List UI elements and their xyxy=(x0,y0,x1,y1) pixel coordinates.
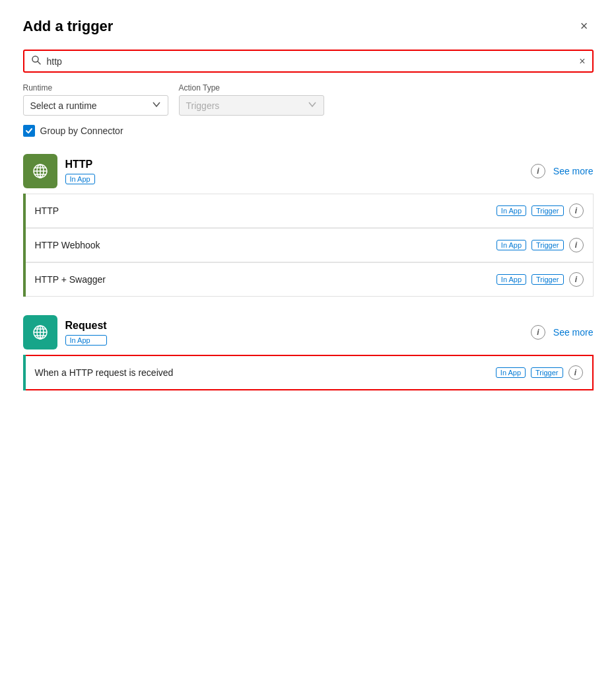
trigger-http-request-trigger-badge: Trigger xyxy=(531,367,563,378)
trigger-http-request-right: In App Trigger i xyxy=(496,365,583,380)
svg-point-15 xyxy=(39,337,42,340)
http-connector-left: HTTP In App xyxy=(23,154,95,188)
trigger-webhook-trigger-badge: Trigger xyxy=(531,240,563,250)
runtime-chevron-icon xyxy=(152,100,161,111)
search-bar: × xyxy=(23,50,594,73)
trigger-swagger-inapp-badge: In App xyxy=(496,274,526,285)
svg-point-8 xyxy=(39,176,42,178)
trigger-http-request-name: When a HTTP request is received xyxy=(35,367,174,378)
trigger-swagger-info-button[interactable]: i xyxy=(569,272,584,287)
request-info-icon: i xyxy=(537,328,539,337)
table-row[interactable]: HTTP Webhook In App Trigger i xyxy=(26,228,594,262)
trigger-http-info-button[interactable]: i xyxy=(569,203,584,218)
table-row[interactable]: HTTP In App Trigger i xyxy=(26,194,594,228)
action-type-label: Action Type xyxy=(179,83,324,92)
action-type-select[interactable]: Triggers xyxy=(179,95,324,116)
http-connector-info-button[interactable]: i xyxy=(531,164,545,178)
trigger-webhook-info-icon: i xyxy=(575,240,577,250)
search-input[interactable] xyxy=(47,56,580,67)
http-connector-right: i See more xyxy=(531,164,594,178)
trigger-webhook-right: In App Trigger i xyxy=(496,238,584,252)
request-connector-group: Request In App i See more When a HTTP re… xyxy=(23,310,594,390)
filters-row: Runtime Select a runtime Action Type Tri… xyxy=(23,83,594,116)
trigger-http-right: In App Trigger i xyxy=(496,203,584,218)
http-connector-header: HTTP In App i See more xyxy=(23,149,594,194)
runtime-filter-group: Runtime Select a runtime xyxy=(23,83,168,116)
request-trigger-rows: When a HTTP request is received In App T… xyxy=(23,355,594,390)
trigger-swagger-trigger-badge: Trigger xyxy=(531,274,563,285)
request-connector-info: Request In App xyxy=(65,320,107,346)
action-type-chevron-icon xyxy=(308,100,317,111)
request-connector-left: Request In App xyxy=(23,315,107,349)
table-row[interactable]: HTTP + Swagger In App Trigger i xyxy=(26,262,594,297)
request-connector-badge: In App xyxy=(65,335,107,346)
trigger-http-trigger-badge: Trigger xyxy=(531,205,563,216)
request-connector-right: i See more xyxy=(531,325,594,340)
http-trigger-rows: HTTP In App Trigger i HTTP Webhook In Ap… xyxy=(23,194,594,297)
trigger-http-name: HTTP xyxy=(35,205,59,216)
action-type-value: Triggers xyxy=(186,100,220,111)
request-connector-name: Request xyxy=(65,320,107,332)
http-connector-badge: In App xyxy=(65,174,95,184)
trigger-http-request-info-icon: i xyxy=(574,368,576,377)
group-by-connector-checkbox[interactable] xyxy=(23,125,35,137)
http-info-icon: i xyxy=(537,166,539,176)
search-clear-button[interactable]: × xyxy=(579,55,585,67)
http-connector-group: HTTP In App i See more HTTP In App Trigg… xyxy=(23,149,594,297)
dialog-header: Add a trigger × xyxy=(23,16,594,36)
http-connector-icon xyxy=(23,154,57,188)
trigger-http-request-inapp-badge: In App xyxy=(496,367,526,378)
action-type-filter-group: Action Type Triggers xyxy=(179,83,324,116)
group-divider xyxy=(23,305,594,310)
table-row[interactable]: When a HTTP request is received In App T… xyxy=(26,355,594,390)
dialog-title: Add a trigger xyxy=(23,18,114,35)
trigger-http-inapp-badge: In App xyxy=(496,205,526,216)
trigger-http-request-info-button[interactable]: i xyxy=(568,365,583,380)
trigger-swagger-info-icon: i xyxy=(575,275,577,284)
search-icon xyxy=(31,55,42,67)
http-see-more-button[interactable]: See more xyxy=(553,166,594,176)
group-by-connector-label: Group by Connector xyxy=(40,126,123,136)
request-connector-info-button[interactable]: i xyxy=(531,325,545,340)
runtime-label: Runtime xyxy=(23,83,168,92)
group-by-connector: Group by Connector xyxy=(23,125,594,137)
close-button[interactable]: × xyxy=(575,16,594,36)
request-connector-icon xyxy=(23,315,57,349)
trigger-swagger-name: HTTP + Swagger xyxy=(35,274,106,285)
svg-line-1 xyxy=(37,61,40,64)
trigger-swagger-right: In App Trigger i xyxy=(496,272,584,287)
runtime-placeholder: Select a runtime xyxy=(30,100,97,111)
trigger-webhook-name: HTTP Webhook xyxy=(35,240,100,250)
request-connector-header: Request In App i See more xyxy=(23,310,594,355)
trigger-http-info-icon: i xyxy=(575,206,577,215)
trigger-webhook-info-button[interactable]: i xyxy=(569,238,584,252)
request-see-more-button[interactable]: See more xyxy=(553,327,594,338)
http-connector-name: HTTP xyxy=(65,159,95,170)
runtime-select[interactable]: Select a runtime xyxy=(23,95,168,116)
trigger-webhook-inapp-badge: In App xyxy=(496,240,526,250)
http-connector-info: HTTP In App xyxy=(65,159,95,184)
